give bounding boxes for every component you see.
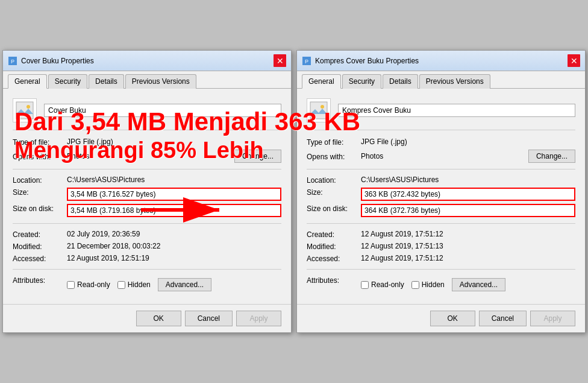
right-tabs: General Security Details Previous Versio…: [297, 71, 585, 89]
left-attributes-controls: Read-only Hidden Advanced...: [67, 278, 211, 291]
right-file-icon: [307, 98, 331, 122]
svg-rect-6: [310, 102, 327, 119]
right-type-value: JPG File (.jpg): [361, 138, 575, 146]
right-hidden-checkbox[interactable]: [411, 281, 419, 289]
right-readonly-label[interactable]: Read-only: [361, 280, 404, 289]
right-size-on-disk-label: Size on disk:: [307, 204, 361, 213]
left-close-button[interactable]: ✕: [274, 54, 286, 67]
right-size-value: 363 KB (372.432 bytes): [361, 188, 575, 201]
right-file-name-input[interactable]: [338, 104, 575, 117]
left-tabs: General Security Details Previous Versio…: [3, 71, 291, 89]
left-ok-button[interactable]: OK: [136, 311, 181, 326]
right-dialog-icon: P: [302, 56, 311, 66]
left-hidden-checkbox[interactable]: [117, 281, 125, 289]
right-modified-row: Modified: 12 August 2019, 17:51:13: [307, 242, 575, 251]
right-ok-button[interactable]: OK: [430, 311, 475, 326]
right-opens-with-label: Opens with:: [307, 152, 361, 161]
left-type-label: Type of file:: [13, 138, 67, 147]
left-content: Type of file: JPG File (.jpg) Opens with…: [3, 89, 291, 304]
left-accessed-label: Accessed:: [13, 254, 67, 263]
left-size-on-disk-value: 3,54 MB (3.719.168 bytes): [67, 204, 281, 217]
left-size-on-disk-row: Size on disk: 3,54 MB (3.719.168 bytes): [13, 204, 281, 217]
right-apply-button[interactable]: Apply: [530, 311, 575, 326]
right-location-row: Location: C:\Users\ASUS\Pictures: [307, 176, 575, 185]
right-size-row: Size: 363 KB (372.432 bytes): [307, 188, 575, 201]
left-apply-button[interactable]: Apply: [236, 311, 281, 326]
right-tab-security[interactable]: Security: [342, 74, 381, 89]
svg-text:P: P: [305, 59, 308, 65]
right-created-row: Created: 12 August 2019, 17:51:12: [307, 230, 575, 239]
right-opens-with-row: Opens with: Photos Change...: [307, 150, 575, 163]
left-tab-security[interactable]: Security: [48, 74, 87, 89]
left-dialog-icon: P: [8, 56, 17, 66]
left-attributes-label: Attributes:: [13, 276, 67, 285]
right-type-row: Type of file: JPG File (.jpg): [307, 138, 575, 147]
left-tab-previous-versions[interactable]: Previous Versions: [125, 74, 196, 89]
left-hidden-label[interactable]: Hidden: [117, 280, 151, 289]
left-tab-general[interactable]: General: [8, 74, 47, 89]
left-size-value: 3,54 MB (3.716.527 bytes): [67, 188, 281, 201]
dialogs-container: P Cover Buku Properties ✕ General Securi…: [2, 50, 586, 333]
left-file-name-input[interactable]: [44, 104, 281, 117]
left-location-row: Location: C:\Users\ASUS\Pictures: [13, 176, 281, 185]
right-separator-2: [307, 223, 575, 224]
right-tab-details[interactable]: Details: [383, 74, 418, 89]
right-attributes-row: Attributes: Read-only Hidden Advanced...: [307, 276, 575, 291]
left-file-icon: [13, 98, 37, 122]
left-accessed-value: 12 August 2019, 12:51:19: [67, 254, 281, 262]
left-footer: OK Cancel Apply: [3, 304, 291, 332]
left-size-on-disk-label: Size on disk:: [13, 204, 67, 213]
right-size-on-disk-row: Size on disk: 364 KB (372.736 bytes): [307, 204, 575, 217]
right-tab-previous-versions[interactable]: Previous Versions: [419, 74, 490, 89]
right-dialog: P Kompres Cover Buku Properties ✕ Genera…: [296, 50, 586, 333]
right-accessed-row: Accessed: 12 August 2019, 17:51:12: [307, 254, 575, 263]
left-created-label: Created:: [13, 230, 67, 239]
left-type-value: JPG File (.jpg): [67, 138, 281, 146]
left-readonly-label[interactable]: Read-only: [67, 280, 110, 289]
right-file-header: [307, 98, 575, 130]
left-modified-row: Modified: 21 December 2018, 00:03:22: [13, 242, 281, 251]
left-created-value: 02 July 2019, 20:36:59: [67, 230, 281, 238]
right-size-on-disk-value: 364 KB (372.736 bytes): [361, 204, 575, 217]
left-location-value: C:\Users\ASUS\Pictures: [67, 176, 281, 184]
right-accessed-value: 12 August 2019, 17:51:12: [361, 254, 575, 262]
right-close-button[interactable]: ✕: [568, 54, 580, 67]
left-tab-details[interactable]: Details: [89, 74, 124, 89]
right-location-label: Location:: [307, 176, 361, 185]
right-content: Type of file: JPG File (.jpg) Opens with…: [297, 89, 585, 304]
right-accessed-label: Accessed:: [307, 254, 361, 263]
right-separator-1: [307, 169, 575, 169]
left-attributes-row: Attributes: Read-only Hidden Advanced...: [13, 276, 281, 291]
left-size-row: Size: 3,54 MB (3.716.527 bytes): [13, 188, 281, 201]
right-title-text: Kompres Cover Buku Properties: [315, 57, 419, 65]
right-created-label: Created:: [307, 230, 361, 239]
right-advanced-button[interactable]: Advanced...: [452, 278, 505, 291]
right-cancel-button[interactable]: Cancel: [479, 311, 527, 326]
left-cancel-button[interactable]: Cancel: [185, 311, 233, 326]
left-type-row: Type of file: JPG File (.jpg): [13, 138, 281, 147]
left-opens-with-row: Opens with: Photos Change...: [13, 150, 281, 163]
right-separator-3: [307, 269, 575, 270]
left-separator-2: [13, 223, 281, 224]
left-modified-value: 21 December 2018, 00:03:22: [67, 242, 281, 250]
left-created-row: Created: 02 July 2019, 20:36:59: [13, 230, 281, 239]
left-accessed-row: Accessed: 12 August 2019, 12:51:19: [13, 254, 281, 263]
svg-text:P: P: [11, 59, 14, 65]
svg-point-7: [321, 105, 324, 109]
right-readonly-checkbox[interactable]: [361, 281, 369, 289]
left-modified-label: Modified:: [13, 242, 67, 251]
left-location-label: Location:: [13, 176, 67, 185]
right-change-button[interactable]: Change...: [528, 150, 575, 163]
left-size-label: Size:: [13, 188, 67, 197]
left-separator-1: [13, 169, 281, 169]
right-type-label: Type of file:: [307, 138, 361, 147]
left-change-button[interactable]: Change...: [234, 150, 281, 163]
left-readonly-checkbox[interactable]: [67, 281, 75, 289]
left-advanced-button[interactable]: Advanced...: [158, 278, 211, 291]
right-hidden-label[interactable]: Hidden: [411, 280, 445, 289]
right-tab-general[interactable]: General: [302, 74, 341, 89]
left-dialog: P Cover Buku Properties ✕ General Securi…: [2, 50, 292, 333]
right-modified-value: 12 August 2019, 17:51:13: [361, 242, 575, 250]
left-title-bar: P Cover Buku Properties ✕: [3, 51, 291, 71]
right-location-value: C:\Users\ASUS\Pictures: [361, 176, 575, 184]
